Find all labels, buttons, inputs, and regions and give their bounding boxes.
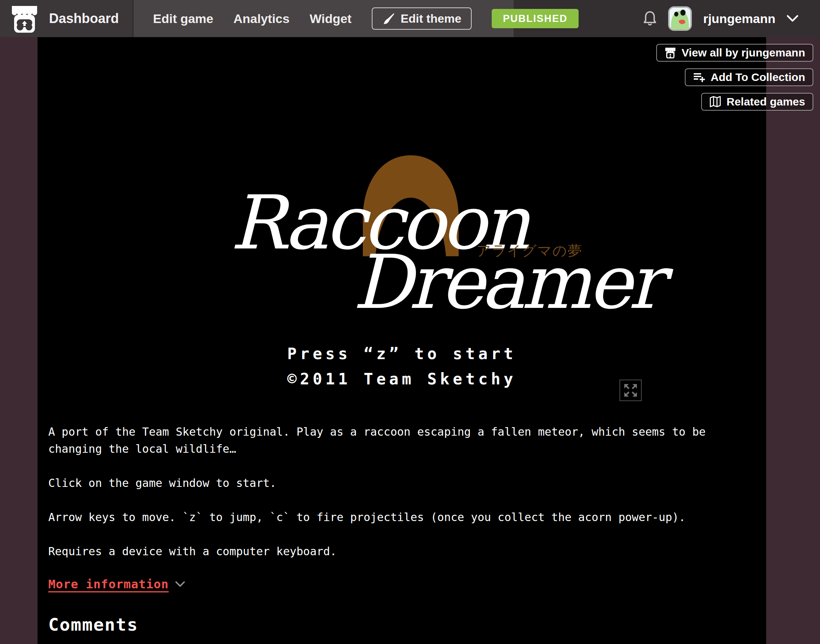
more-information-row: More information [48, 577, 733, 591]
description-paragraph: Requires a device with a computer keyboa… [48, 543, 720, 560]
playlist-add-icon [693, 72, 706, 83]
nav-dashboard[interactable]: Dashboard [49, 11, 119, 26]
page-action-buttons: View all by rjungemann Add To Collection… [656, 44, 813, 111]
published-status-badge: PUBLISHED [492, 9, 579, 28]
related-games-button[interactable]: Related games [701, 93, 813, 111]
tab-edit-game[interactable]: Edit game [153, 12, 213, 26]
edit-theme-label: Edit theme [401, 12, 461, 26]
description-paragraph: A port of the Team Sketchy original. Pla… [48, 423, 720, 458]
topbar-left-section: Dashboard [0, 0, 132, 37]
view-all-label: View all by rjungemann [682, 46, 805, 59]
notifications-bell-icon[interactable] [643, 10, 657, 27]
related-games-label: Related games [727, 95, 805, 108]
press-start-text: Press “z” to start [37, 345, 766, 363]
itch-logo-icon[interactable] [11, 4, 38, 34]
user-area: rjungemann [643, 0, 799, 37]
view-all-by-user-button[interactable]: View all by rjungemann [656, 44, 813, 62]
add-to-collection-button[interactable]: Add To Collection [685, 68, 813, 86]
game-title-japanese: アライグマの夢 [477, 241, 582, 260]
map-icon [709, 96, 721, 108]
itch-storefront-icon [664, 47, 676, 59]
published-label: PUBLISHED [503, 13, 567, 25]
add-to-collection-label: Add To Collection [711, 71, 805, 84]
game-nav-band: Edit game Analytics Widget Edit theme PU… [134, 0, 513, 37]
description-paragraph: Click on the game window to start. [48, 475, 720, 492]
copyright-text: ©2011 Team Sketchy [37, 370, 766, 388]
user-avatar[interactable] [668, 6, 692, 31]
tab-widget[interactable]: Widget [310, 12, 352, 26]
edit-theme-button[interactable]: Edit theme [372, 8, 472, 30]
user-menu-chevron-down-icon[interactable] [786, 15, 799, 22]
paintbrush-icon [382, 12, 395, 25]
game-description: A port of the Team Sketchy original. Pla… [37, 423, 766, 635]
fullscreen-button[interactable] [619, 380, 642, 401]
more-information-link[interactable]: More information [48, 577, 169, 591]
username-label[interactable]: rjungemann [703, 12, 776, 26]
more-information-chevron-down-icon[interactable] [175, 581, 185, 587]
fullscreen-arrows-icon [623, 383, 638, 398]
comments-heading: Comments [48, 614, 733, 635]
description-paragraph: Arrow keys to move. `z` to jump, `c` to … [48, 509, 720, 526]
game-page-content: Raccoon Dreamer アライグマの夢 Press “z” to sta… [37, 37, 766, 644]
top-bar: Dashboard Edit game Analytics Widget Edi… [0, 0, 820, 37]
tab-analytics[interactable]: Analytics [233, 12, 289, 26]
